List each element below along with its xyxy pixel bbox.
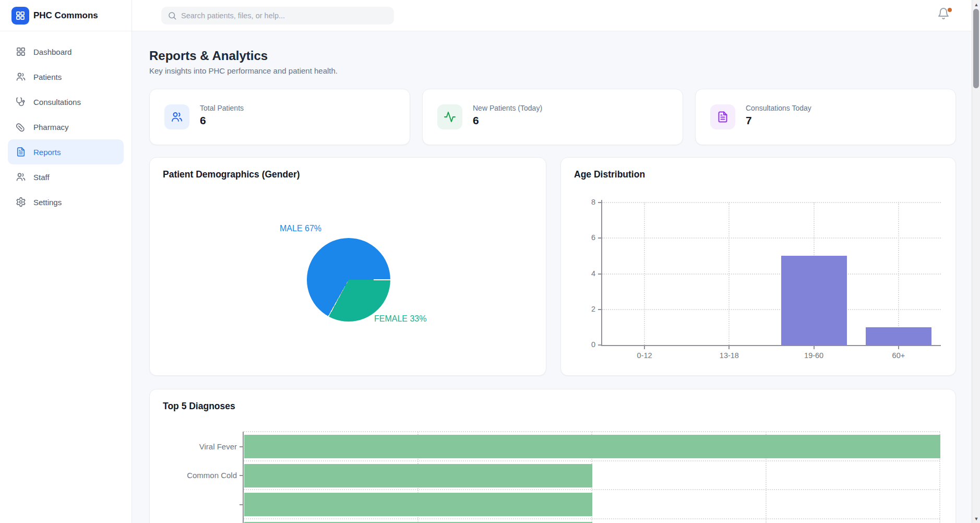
x-axis-line [601,345,941,346]
sidebar-item-label: Patients [33,73,62,81]
sidebar-item-pharmacy[interactable]: Pharmacy [8,114,124,139]
age-distribution-card: Age Distribution 024680-1213-1819-6060+ [560,157,956,376]
users-icon [164,104,189,129]
scrollbar-thumb[interactable] [973,9,979,88]
scrollbar-up-arrow[interactable]: ▲ [972,0,980,9]
vertical-scrollbar[interactable]: ▲ ▼ [972,0,980,523]
sidebar-item-consultations[interactable]: Consultations [8,89,124,114]
topbar [132,0,972,31]
gridline-horizontal [602,202,941,203]
sidebar-item-label: Pharmacy [33,123,69,132]
sidebar-header: PHC Commons [0,0,132,31]
gridline-horizontal [244,431,940,432]
x-axis-tick-label: 19-60 [783,351,845,360]
search-input[interactable] [181,7,390,25]
age-distribution-chart: 024680-1213-1819-6060+ [561,158,955,375]
x-axis-tick-label: 0-12 [613,351,676,360]
age-bar [866,327,931,345]
main-content: Reports & Analytics Key insights into PH… [132,31,972,523]
gridline-horizontal [244,460,940,461]
sidebar-item-label: Reports [33,148,61,157]
gridline-horizontal [602,274,941,275]
y-axis-line [243,432,244,523]
diagnosis-bar [244,493,592,516]
y-axis-tick-label: 0 [561,340,595,349]
pie-label-male: MALE 67% [280,224,321,233]
stat-label: New Patients (Today) [473,104,542,112]
stat-card: New Patients (Today) 6 [422,89,683,145]
diagnosis-bar [244,435,940,458]
notifications-button[interactable] [937,7,953,23]
page-subtitle: Key insights into PHC performance and pa… [149,66,338,75]
gridline-horizontal [602,309,941,310]
sidebar-item-label: Dashboard [33,47,71,56]
y-axis-tick-label: 8 [561,198,595,206]
app-title: PHC Commons [33,10,98,21]
stat-value: 6 [473,114,479,127]
y-axis-tick-label: 2 [561,305,595,313]
chart-title: Patient Demographics (Gender) [163,169,300,180]
stat-label: Consultations Today [746,104,811,112]
settings-icon [16,197,26,207]
page-title: Reports & Analytics [149,49,268,63]
sidebar-item-label: Settings [33,198,62,207]
activity-icon [437,104,462,129]
top-diagnoses-chart: Viral FeverCommon Cold [150,389,955,523]
sidebar-item-label: Consultations [33,98,81,106]
age-bar [781,256,847,345]
gridline-vertical [644,203,645,345]
consultations-icon [16,97,26,107]
y-axis-tick-label: 6 [561,233,595,242]
gender-demographics-card: Patient Demographics (Gender) MALE 67% F… [149,157,546,376]
sidebar-nav: Dashboard Patients Consultations [0,39,132,215]
sidebar-item-label: Staff [33,173,50,182]
pharmacy-icon [16,122,26,132]
sidebar-item-settings[interactable]: Settings [8,189,124,215]
sidebar-item-dashboard[interactable]: Dashboard [8,39,124,64]
app-logo-icon [11,7,29,25]
y-axis-line [601,200,602,345]
dashboard-icon [16,46,26,57]
gridline-horizontal [244,518,940,519]
sidebar: PHC Commons Dashboard Patients [0,0,132,523]
diagnosis-bar [244,464,592,488]
top-diagnoses-card: Top 5 Diagnoses Viral FeverCommon Cold [149,389,956,523]
sidebar-item-reports[interactable]: Reports [8,139,124,164]
reports-icon [16,147,26,157]
x-axis-tick-label: 60+ [867,351,930,360]
patients-icon [16,72,26,82]
staff-icon [16,172,26,182]
y-axis-tick-label: Common Cold [150,471,237,480]
sidebar-item-staff[interactable]: Staff [8,164,124,189]
stat-value: 6 [200,114,206,127]
gridline-horizontal [244,489,940,490]
scrollbar-down-arrow[interactable]: ▼ [972,514,980,523]
stat-card: Consultations Today 7 [695,89,956,145]
stat-value: 7 [746,114,752,127]
gridline-horizontal [602,237,941,239]
search-box[interactable] [161,7,394,25]
gender-pie-chart [307,238,390,322]
stat-card: Total Patients 6 [149,89,410,145]
file-text-icon [710,104,735,129]
stat-label: Total Patients [200,104,244,112]
pie-label-female: FEMALE 33% [374,314,426,324]
search-icon [168,11,177,20]
y-axis-tick-label: 4 [561,269,595,278]
notification-dot [948,8,952,12]
gridline-vertical [728,203,730,345]
gridline-vertical [898,203,899,345]
y-axis-tick-label: Viral Fever [150,442,237,451]
sidebar-item-patients[interactable]: Patients [8,64,124,89]
x-axis-tick-label: 13-18 [698,351,760,360]
